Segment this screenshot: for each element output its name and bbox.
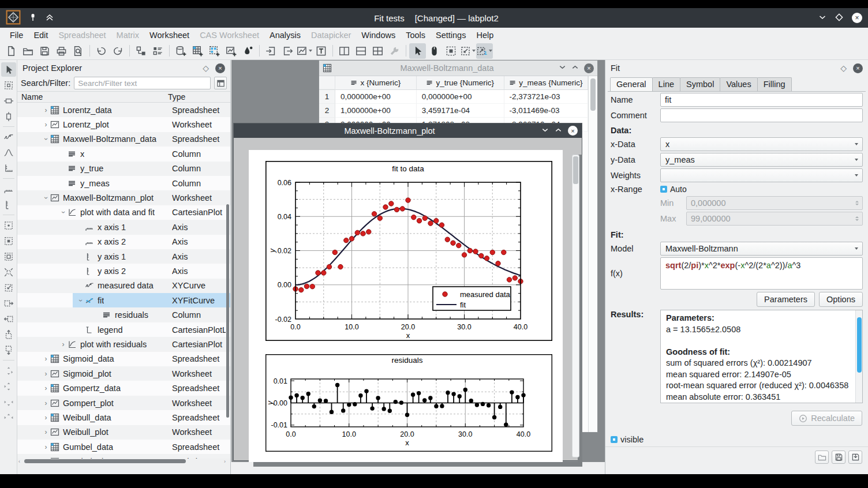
spreadsheet-cell[interactable]: 0,000000e+00: [417, 90, 504, 104]
auto-checkbox[interactable]: [660, 186, 667, 193]
spreadsheet-cell[interactable]: 0,000000e+00: [335, 90, 417, 104]
menu-spreadsheet[interactable]: Spreadsheet: [53, 29, 111, 41]
window-minimize-icon[interactable]: [541, 126, 549, 136]
options-button[interactable]: Options: [819, 292, 863, 307]
results-scrollbar[interactable]: [855, 310, 862, 403]
dock-close-icon[interactable]: ×: [853, 63, 863, 73]
column-header[interactable]: x {Numeric}: [335, 76, 417, 89]
save-button[interactable]: [36, 43, 53, 59]
tree-expander-icon[interactable]: ›: [42, 121, 50, 128]
worksheet-vertical-scrollbar[interactable]: [572, 155, 579, 457]
pointer-button[interactable]: [1, 62, 16, 77]
spreadsheet-window-titlebar[interactable]: Maxwell-Boltzmann_data ×: [319, 61, 597, 76]
window-close-icon[interactable]: ×: [584, 63, 594, 73]
tree-expander-icon[interactable]: ›: [42, 414, 50, 421]
menu-datapicker[interactable]: Datapicker: [306, 29, 356, 41]
filter-options-button[interactable]: [214, 77, 227, 89]
gauss-button[interactable]: [1, 145, 16, 160]
spreadsheet-cell[interactable]: 3,459171e-04: [417, 104, 504, 118]
row-number[interactable]: 1: [319, 90, 335, 104]
tree-item-residuals[interactable]: residualsColumn: [17, 307, 230, 322]
curve-button[interactable]: [1, 130, 16, 144]
visible-checkbox[interactable]: [611, 436, 618, 443]
split-lr-button[interactable]: [336, 43, 353, 59]
tree-item-sigmoid-plot[interactable]: ›Sigmoid_plotWorksheet: [17, 366, 230, 381]
minimize-icon[interactable]: [818, 13, 826, 23]
tree-item-gompert-plot[interactable]: ›Gompert_plotWorksheet: [17, 396, 230, 410]
tree-item-y-true[interactable]: y_trueColumn: [17, 162, 230, 176]
column-header[interactable]: y_meas {Numeric}: [504, 76, 588, 89]
new-worksheet-button[interactable]: [223, 43, 240, 59]
menu-cas-worksheet[interactable]: CAS Worksheet: [194, 29, 264, 41]
import-button[interactable]: [263, 43, 279, 59]
tree-item-maxwell-boltzmann-plot[interactable]: ›Maxwell-Boltzmann_plotWorksheet: [17, 190, 230, 205]
tree-item-y-axis-2[interactable]: y axis 2Axis: [17, 264, 230, 278]
nav-a-button[interactable]: [1, 363, 16, 378]
tree-item-weibull-plot[interactable]: ›Weibull_plotWorksheet: [17, 425, 230, 440]
y-axis-button[interactable]: [1, 197, 16, 212]
menu-windows[interactable]: Windows: [356, 29, 401, 41]
shift-r-button[interactable]: [1, 296, 16, 310]
color-drop-button[interactable]: [240, 43, 256, 59]
tree-expander-icon[interactable]: ›: [43, 135, 50, 144]
search-filter-input[interactable]: [74, 77, 211, 89]
nav-d-button[interactable]: [1, 410, 16, 425]
recalculate-button[interactable]: Recalculate: [791, 411, 862, 426]
tree-item-y-meas[interactable]: y_measColumn: [17, 176, 230, 190]
boxsolid-button[interactable]: [1, 234, 16, 248]
column-header[interactable]: y_true {Numeric}: [417, 76, 504, 89]
window-minimize-icon[interactable]: [559, 63, 566, 73]
close-icon[interactable]: ×: [852, 13, 862, 23]
zoom-fit-button[interactable]: [459, 43, 476, 59]
spreadsheet-cell[interactable]: -2,373721e-03: [504, 90, 588, 104]
tree-expander-icon[interactable]: ›: [42, 385, 50, 392]
model-combobox[interactable]: Maxwell-Boltzmann: [660, 242, 863, 256]
tree-item-weibull-data[interactable]: ›Weibull_dataSpreadsheet: [17, 410, 230, 425]
tree-expander-icon[interactable]: ›: [42, 355, 50, 362]
sel-rect-button[interactable]: [1, 78, 16, 92]
export-button[interactable]: [279, 43, 296, 59]
print-button[interactable]: [53, 43, 70, 59]
axis-button[interactable]: [1, 161, 16, 175]
v-range-button[interactable]: [1, 109, 16, 123]
shift-l-button[interactable]: [1, 311, 16, 326]
new-file-button[interactable]: [3, 43, 20, 59]
dock-float-icon[interactable]: ◇: [840, 63, 847, 73]
spreadsheet-vertical-scrollbar[interactable]: [588, 76, 597, 432]
menu-file[interactable]: File: [5, 29, 28, 41]
tree-expander-icon[interactable]: ›: [42, 370, 50, 377]
tree-item-gumbel-data[interactable]: ›Gumbel_dataSpreadsheet: [17, 440, 230, 454]
new-workbook-button[interactable]: [173, 43, 189, 59]
window-close-icon[interactable]: ×: [568, 126, 578, 136]
fit-to-data-plot[interactable]: fit to data0.060.040.020.00-0.020.010.02…: [265, 161, 552, 341]
tree-expander-icon[interactable]: ›: [42, 107, 50, 114]
cursor-arrow-button[interactable]: [409, 43, 426, 59]
max-spinbox[interactable]: 99,000000: [686, 212, 863, 226]
parameters-button[interactable]: Parameters: [757, 292, 815, 307]
tree-item-lorentz-plot[interactable]: ›Lorentz_plotWorksheet: [17, 117, 230, 132]
dock-float-icon[interactable]: ◇: [203, 63, 209, 73]
tree-item-measured-data[interactable]: measured dataXYCurve: [17, 279, 230, 293]
pin-icon[interactable]: [28, 13, 38, 24]
tree-item-plot-with-residuals[interactable]: ›plot with residualsCartesianPlot: [17, 337, 230, 351]
nav-b-button[interactable]: [1, 379, 16, 393]
tree-column-headers[interactable]: Name Type: [17, 91, 230, 103]
tree-item-x-axis-1[interactable]: x axis 1Axis: [17, 220, 230, 234]
zoom-out4-button[interactable]: [1, 265, 16, 279]
tree-item-fit[interactable]: ›fitXYFitCurve: [17, 293, 230, 307]
tree-horizontal-scrollbar[interactable]: ‹ ›: [18, 459, 226, 464]
split-tb-button[interactable]: [353, 43, 369, 59]
undo-button[interactable]: [93, 43, 110, 59]
x-data-combobox[interactable]: x: [660, 137, 863, 151]
new-spreadsheet-button[interactable]: [189, 43, 206, 59]
save-icon[interactable]: [832, 451, 845, 464]
tree-item-y-axis-1[interactable]: y axis 1Axis: [17, 249, 230, 264]
zoom-corner-button[interactable]: [1, 280, 16, 295]
tree-expander-icon[interactable]: ›: [60, 208, 67, 217]
h-range-button[interactable]: [1, 93, 16, 108]
tree-expander-icon[interactable]: ›: [42, 429, 50, 436]
worksheet-page[interactable]: fit to data0.060.040.020.00-0.020.010.02…: [249, 150, 563, 462]
tree-item-legend[interactable]: legendCartesianPlotLegend: [17, 322, 230, 337]
boxdot-button[interactable]: [1, 218, 16, 232]
window-restore-icon[interactable]: [555, 126, 562, 136]
